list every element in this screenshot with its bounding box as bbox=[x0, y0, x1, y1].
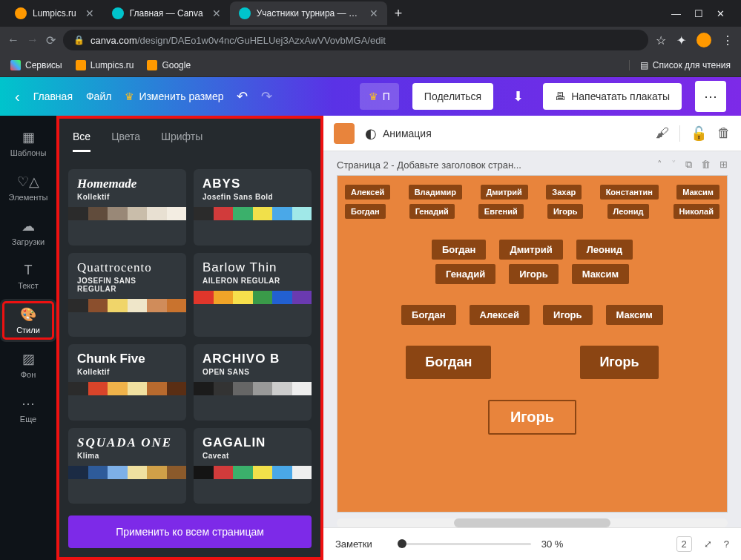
bracket-name[interactable]: Захар bbox=[546, 185, 582, 200]
bracket-name[interactable]: Богдан bbox=[401, 305, 456, 325]
horizontal-scrollbar[interactable] bbox=[337, 518, 728, 527]
palette-row bbox=[68, 207, 186, 220]
bracket-name[interactable]: Алексей bbox=[345, 185, 390, 200]
rail-uploads[interactable]: ☁Загрузки bbox=[0, 211, 56, 254]
bracket-name[interactable]: Константин bbox=[600, 185, 659, 200]
rail-text[interactable]: TТекст bbox=[0, 255, 56, 297]
paint-icon[interactable]: 🖌 bbox=[656, 125, 669, 141]
bookmark-services[interactable]: Сервисы bbox=[10, 60, 62, 70]
bracket-name[interactable]: Игорь bbox=[543, 305, 592, 325]
new-tab-button[interactable]: + bbox=[387, 6, 410, 22]
trash-icon[interactable]: 🗑 bbox=[717, 125, 731, 141]
reading-list[interactable]: ▤Список для чтения bbox=[629, 60, 731, 70]
home-button[interactable]: Главная bbox=[33, 90, 73, 102]
delete-page-icon[interactable]: 🗑 bbox=[701, 159, 711, 171]
help-icon[interactable]: ? bbox=[724, 538, 729, 550]
zoom-slider[interactable] bbox=[398, 543, 531, 545]
fullscreen-icon[interactable]: ⤢ bbox=[704, 538, 712, 550]
page-title[interactable]: Страница 2 - Добавьте заголовок стран... bbox=[337, 159, 650, 171]
bracket-name[interactable]: Евгений bbox=[478, 204, 524, 219]
bracket-name[interactable]: Богдан bbox=[406, 346, 491, 379]
style-card[interactable]: ABYSJosefin Sans Bold bbox=[194, 169, 312, 246]
rail-more[interactable]: ⋯Еще bbox=[0, 388, 56, 431]
close-window-icon[interactable]: ✕ bbox=[717, 8, 725, 19]
style-card[interactable]: ARCHIVO BOPEN SANS bbox=[194, 344, 312, 421]
bookmark-google[interactable]: Google bbox=[147, 60, 191, 70]
tab-fonts[interactable]: Шрифты bbox=[161, 126, 202, 152]
share-button[interactable]: Поделиться bbox=[412, 83, 493, 110]
bracket-name[interactable]: Генадий bbox=[435, 264, 495, 284]
bracket-name[interactable]: Игорь bbox=[509, 264, 558, 284]
profile-avatar[interactable] bbox=[696, 33, 711, 47]
download-icon[interactable]: ⬇ bbox=[507, 82, 530, 111]
back-chevron-icon[interactable]: ‹ bbox=[15, 88, 20, 105]
duplicate-icon[interactable]: ⧉ bbox=[685, 159, 692, 171]
style-card[interactable]: HomemadeKollektif bbox=[68, 169, 186, 246]
tab-colors[interactable]: Цвета bbox=[111, 126, 140, 152]
style-card[interactable]: GAGALINCaveat bbox=[194, 428, 312, 504]
rail-background[interactable]: ▨Фон bbox=[0, 343, 56, 386]
bracket-name[interactable]: Алексей bbox=[470, 305, 530, 325]
style-subtitle: OPEN SANS bbox=[202, 368, 303, 376]
rail-templates[interactable]: ▦Шаблоны bbox=[0, 122, 56, 165]
palette-row bbox=[68, 299, 186, 312]
bracket-winner[interactable]: Игорь bbox=[488, 400, 576, 435]
resize-button[interactable]: ♛Изменить размер bbox=[125, 90, 223, 102]
apply-all-button[interactable]: Применить ко всем страницам bbox=[68, 515, 312, 548]
tab-all[interactable]: Все bbox=[73, 126, 90, 152]
bracket-name[interactable]: Владимир bbox=[409, 185, 462, 200]
extension-icon[interactable]: ✦ bbox=[676, 33, 686, 47]
star-icon[interactable]: ☆ bbox=[656, 33, 666, 47]
style-card[interactable]: QuattrocentoJOSEFIN SANS REGULAR bbox=[68, 253, 186, 337]
style-card[interactable]: SQUADA ONEKlima bbox=[68, 428, 186, 504]
lock-icon[interactable]: 🔓 bbox=[691, 125, 707, 142]
bracket-name[interactable]: Максим bbox=[572, 264, 629, 284]
page-up-icon[interactable]: ˄ bbox=[657, 159, 662, 171]
bracket-name[interactable]: Богдан bbox=[432, 240, 487, 260]
more-button[interactable]: ⋯ bbox=[695, 81, 726, 112]
bracket-name[interactable]: Дмитрий bbox=[481, 185, 528, 200]
browser-tab[interactable]: Lumpics.ru ✕ bbox=[6, 1, 103, 25]
close-icon[interactable]: ✕ bbox=[85, 7, 94, 19]
bookmark-lumpics[interactable]: Lumpics.ru bbox=[76, 60, 134, 70]
reload-icon[interactable]: ⟳ bbox=[46, 33, 56, 47]
page-down-icon[interactable]: ˅ bbox=[671, 159, 676, 171]
address-bar[interactable]: 🔒 canva.com/design/DAEo1w0v4nc/GuHELUej3… bbox=[63, 30, 648, 50]
animation-button[interactable]: ◐Анимация bbox=[365, 125, 432, 142]
add-page-icon[interactable]: ⊞ bbox=[719, 159, 728, 171]
bracket-name[interactable]: Генадий bbox=[409, 204, 455, 219]
close-icon[interactable]: ✕ bbox=[369, 7, 378, 19]
file-button[interactable]: Файл bbox=[86, 90, 111, 102]
color-swatch[interactable] bbox=[334, 123, 355, 144]
browser-tab[interactable]: Главная — Canva ✕ bbox=[103, 1, 230, 25]
list-icon: ▤ bbox=[640, 60, 648, 70]
undo-icon[interactable]: ↶ bbox=[237, 88, 248, 105]
bracket-name[interactable]: Николай bbox=[674, 204, 719, 219]
style-card[interactable]: Chunk FiveKollektif bbox=[68, 344, 186, 421]
bracket-name[interactable]: Игорь bbox=[547, 204, 584, 219]
menu-icon[interactable]: ⋮ bbox=[722, 33, 734, 47]
redo-icon[interactable]: ↷ bbox=[261, 88, 272, 105]
back-icon[interactable]: ← bbox=[7, 33, 19, 47]
page-count[interactable]: 2 bbox=[676, 536, 692, 552]
close-icon[interactable]: ✕ bbox=[212, 7, 221, 19]
print-button[interactable]: 🖶Напечатать плакаты bbox=[543, 83, 682, 110]
bracket-name[interactable]: Максим bbox=[676, 185, 719, 200]
bracket-name[interactable]: Леонид bbox=[576, 240, 633, 260]
bracket-name[interactable]: Дмитрий bbox=[499, 240, 562, 260]
design-page[interactable]: АлексейВладимирДмитрийЗахарКонстантинМак… bbox=[337, 175, 728, 513]
style-card[interactable]: Barlow ThinAILERON REGULAR bbox=[194, 253, 312, 337]
browser-tab-active[interactable]: Участники турнира — Плакат ✕ bbox=[230, 1, 387, 25]
minimize-icon[interactable]: — bbox=[671, 8, 681, 19]
bracket-name[interactable]: Богдан bbox=[345, 204, 386, 219]
bracket-name[interactable]: Леонид bbox=[607, 204, 650, 219]
bracket-name[interactable]: Максим bbox=[606, 305, 663, 325]
rail-styles[interactable]: 🎨Стили bbox=[0, 299, 56, 342]
maximize-icon[interactable]: ☐ bbox=[694, 8, 703, 19]
bracket-name[interactable]: Игорь bbox=[580, 346, 658, 379]
forward-icon[interactable]: → bbox=[27, 33, 39, 47]
upload-icon: ☁ bbox=[22, 218, 35, 234]
pro-badge[interactable]: ♛П bbox=[360, 83, 399, 110]
rail-elements[interactable]: ♡△Элементы bbox=[0, 166, 56, 209]
notes-button[interactable]: Заметки bbox=[335, 538, 372, 550]
